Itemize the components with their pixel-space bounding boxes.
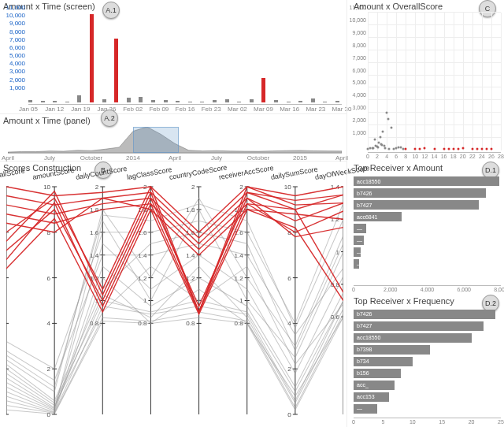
panel-amount-time-screen: Amount x Time (screen) A.1 1,0002,0003,0… (0, 0, 346, 114)
b-chart[interactable]: 051015202502468100.811.21.41.61.820.811.… (6, 176, 343, 424)
a2-brush[interactable] (133, 127, 179, 153)
panel-amount-overallscore: Amount x OverallScore C 1,0002,0003,0004… (346, 0, 504, 162)
panel-top-receiver-amount: Top Receiver x Amount D.1 acc18550b7426b… (350, 162, 504, 295)
svg-text:1.4: 1.4 (138, 252, 147, 259)
panel-title: Amount x Time (screen) (0, 0, 346, 13)
svg-text:0.8: 0.8 (234, 320, 243, 327)
svg-text:10: 10 (43, 184, 51, 191)
d1-bars[interactable]: acc18550b7426b7427acc6841———— (354, 176, 501, 284)
c-yaxis: 1,0002,0003,0004,0005,0006,0007,0008,000… (349, 13, 368, 150)
panel-scores-construction: Scores Construction B 051015202502468100… (0, 162, 346, 427)
d1-xaxis: 02,0004,0006,0008,000 (354, 285, 501, 295)
svg-text:4: 4 (47, 320, 51, 327)
svg-text:0.8: 0.8 (138, 320, 147, 327)
svg-text:6: 6 (287, 275, 291, 282)
svg-text:10: 10 (284, 184, 292, 191)
svg-text:0.8: 0.8 (186, 320, 195, 327)
d2-xaxis: 0510152025 (354, 418, 501, 427)
a2-xaxis: AprilJulyOctober2014AprilJulyOctober2015… (8, 153, 342, 161)
panel-title: Top Receiver x Amount (350, 162, 504, 174)
svg-text:8: 8 (47, 229, 51, 236)
a1-chart[interactable] (28, 14, 342, 102)
panel-title: Amount x Time (panel) (0, 114, 346, 127)
svg-text:1.4: 1.4 (186, 252, 195, 259)
c-xaxis: 0246810121416182022242628 (368, 152, 501, 162)
svg-text:2: 2 (191, 184, 195, 191)
a2-chart[interactable] (8, 127, 342, 153)
svg-text:0: 0 (287, 411, 291, 418)
a1-xaxis: Jan 05Jan 12Jan 19Jan 26Feb 02Feb 09Feb … (28, 104, 342, 113)
d2-bars[interactable]: b7426b7427acc18550b7398b734b156acc_acc15… (354, 309, 501, 417)
panel-amount-time-panel: Amount x Time (panel) A.2 AprilJulyOctob… (0, 114, 346, 162)
dashboard: Amount x Time (screen) A.1 1,0002,0003,0… (0, 0, 504, 427)
badge-A2: A.2 (101, 110, 118, 127)
svg-text:2: 2 (95, 184, 99, 191)
a1-bars (28, 14, 342, 102)
svg-text:2: 2 (239, 184, 243, 191)
c-chart[interactable] (368, 13, 501, 150)
panel-top-receiver: Top Receiver x Amount D.1 acc18550b7426b… (346, 162, 504, 427)
b-svg: 051015202502468100.811.21.41.61.820.811.… (6, 176, 343, 424)
a1-yaxis: 1,0002,0003,0004,0005,0006,0007,0008,000… (0, 14, 27, 102)
svg-text:1.2: 1.2 (331, 216, 340, 223)
panel-top-receiver-frequency: Top Receiver x Frequency D.2 b7426b7427a… (350, 295, 504, 428)
svg-text:6: 6 (47, 275, 51, 282)
panel-title: Top Receiver x Frequency (350, 295, 504, 307)
